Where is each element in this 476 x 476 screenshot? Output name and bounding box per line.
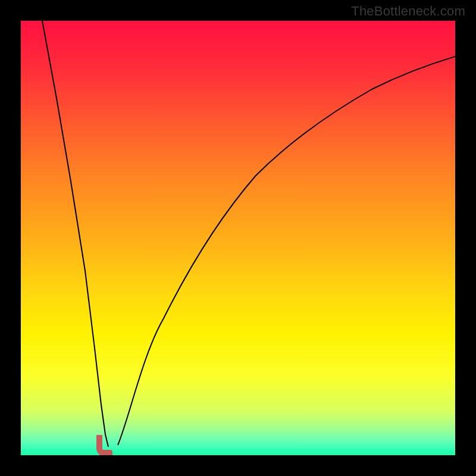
bottleneck-curve [21,21,455,455]
curve-right-branch [118,57,455,445]
curve-left-branch [42,21,108,447]
chart-container: TheBottleneck.com [0,0,476,476]
watermark-text: TheBottleneck.com [351,4,465,19]
plot-area [21,21,455,455]
